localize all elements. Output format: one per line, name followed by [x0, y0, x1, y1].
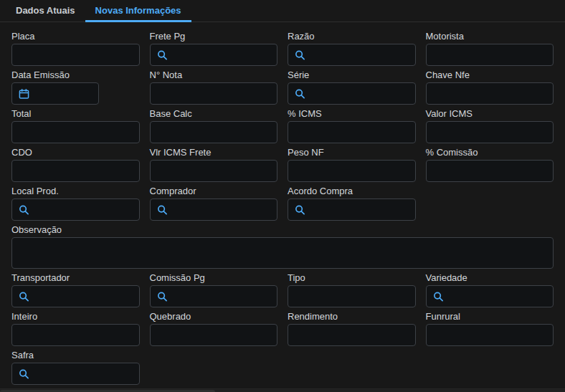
- calendar-icon[interactable]: [19, 88, 29, 99]
- field-n-nota: N° Nota: [150, 70, 278, 105]
- comprador-label: Comprador: [150, 186, 278, 196]
- pct-comissao-input[interactable]: [426, 160, 554, 182]
- funrural-label: Funrural: [426, 311, 554, 322]
- comissao-pg-input[interactable]: [150, 285, 278, 307]
- tab-novas-informacoes[interactable]: Novas Informações: [85, 0, 191, 22]
- pct-icms-input[interactable]: [288, 121, 416, 143]
- field-quebrado: Quebrado: [150, 311, 278, 346]
- field-tipo: Tipo: [288, 272, 416, 307]
- search-icon[interactable]: [157, 204, 168, 215]
- field-serie: Série: [288, 70, 416, 105]
- variedade-input[interactable]: [426, 285, 554, 307]
- local-prod-input[interactable]: [11, 199, 140, 221]
- search-icon[interactable]: [295, 204, 305, 215]
- quebrado-label: Quebrado: [150, 311, 278, 322]
- search-icon[interactable]: [157, 49, 168, 60]
- field-comprador: Comprador: [150, 186, 278, 221]
- tab-dados-atuais[interactable]: Dados Atuais: [6, 0, 85, 22]
- field-cdo: CDO: [11, 147, 140, 182]
- search-icon[interactable]: [19, 368, 29, 379]
- form-row-9: Safra: [11, 350, 554, 385]
- field-rendimento: Rendimento: [288, 311, 416, 346]
- peso-nf-label: Peso NF: [288, 147, 416, 158]
- form-row-1: Placa Frete Pg Razão Moto: [11, 31, 554, 66]
- form-row-2: Data Emissão N° Nota Série: [11, 70, 554, 105]
- tipo-input[interactable]: [288, 285, 416, 307]
- base-calc-label: Base Calc: [150, 108, 278, 119]
- frete-pg-input[interactable]: [150, 44, 278, 66]
- empty-cell: [150, 350, 278, 385]
- search-icon[interactable]: [295, 88, 305, 99]
- serie-label: Série: [288, 70, 416, 80]
- field-pct-comissao: % Comissão: [426, 147, 554, 182]
- form-row-5: Local Prod. Comprador Acordo Compra: [11, 186, 554, 221]
- observacao-textarea[interactable]: [11, 237, 554, 269]
- purchase-note-form-window: Dados Atuais Novas Informações Placa Fre…: [0, 0, 565, 392]
- cdo-label: CDO: [11, 147, 140, 158]
- variedade-label: Variedade: [426, 272, 554, 283]
- placa-input[interactable]: [11, 44, 140, 66]
- inteiro-label: Inteiro: [11, 311, 140, 322]
- vlr-icms-frete-label: Vlr ICMS Frete: [150, 147, 278, 158]
- form-row-observacao: Observação: [11, 224, 554, 269]
- field-transportador: Transportador: [11, 272, 140, 307]
- total-label: Total: [11, 108, 140, 119]
- form-row-8: Inteiro Quebrado Rendimento Funrural: [11, 311, 554, 346]
- field-base-calc: Base Calc: [150, 108, 278, 143]
- field-razao: Razão: [288, 31, 416, 66]
- empty-cell: [426, 186, 554, 221]
- horizontal-scrollbar[interactable]: [0, 388, 565, 392]
- search-icon[interactable]: [433, 291, 444, 302]
- chave-nfe-input[interactable]: [426, 82, 554, 105]
- safra-input[interactable]: [11, 363, 140, 385]
- serie-input[interactable]: [288, 82, 416, 105]
- field-valor-icms: Valor ICMS: [426, 108, 554, 143]
- field-local-prod: Local Prod.: [11, 186, 140, 221]
- peso-nf-input[interactable]: [288, 160, 416, 182]
- motorista-input[interactable]: [426, 44, 554, 66]
- razao-input[interactable]: [288, 44, 416, 66]
- tipo-label: Tipo: [288, 272, 416, 283]
- vlr-icms-frete-input[interactable]: [150, 160, 278, 182]
- razao-label: Razão: [288, 31, 416, 42]
- pct-comissao-label: % Comissão: [426, 147, 554, 158]
- field-peso-nf: Peso NF: [288, 147, 416, 182]
- cdo-input[interactable]: [11, 160, 140, 182]
- local-prod-label: Local Prod.: [11, 186, 140, 196]
- empty-cell: [426, 350, 554, 385]
- inteiro-input[interactable]: [11, 324, 140, 346]
- quebrado-input[interactable]: [150, 324, 278, 346]
- pct-icms-label: % ICMS: [288, 108, 416, 119]
- search-icon[interactable]: [157, 291, 168, 302]
- n-nota-input[interactable]: [150, 82, 278, 105]
- valor-icms-input[interactable]: [426, 121, 554, 143]
- field-variedade: Variedade: [426, 272, 554, 307]
- form-row-7: Transportador Comissão Pg Tipo: [11, 272, 554, 307]
- data-emissao-label: Data Emissão: [11, 70, 140, 80]
- field-placa: Placa: [11, 31, 140, 66]
- placa-label: Placa: [11, 31, 140, 42]
- search-icon[interactable]: [19, 291, 29, 302]
- search-icon[interactable]: [19, 204, 29, 215]
- comprador-input[interactable]: [150, 199, 278, 221]
- acordo-compra-input[interactable]: [288, 199, 416, 221]
- form-row-3: Total Base Calc % ICMS Valor ICMS: [11, 108, 554, 143]
- field-pct-icms: % ICMS: [288, 108, 416, 143]
- field-acordo-compra: Acordo Compra: [288, 186, 416, 221]
- funrural-input[interactable]: [426, 324, 554, 346]
- field-data-emissao: Data Emissão: [11, 70, 140, 105]
- rendimento-input[interactable]: [288, 324, 416, 346]
- field-safra: Safra: [11, 350, 140, 385]
- field-funrural: Funrural: [426, 311, 554, 346]
- field-motorista: Motorista: [426, 31, 554, 66]
- frete-pg-label: Frete Pg: [150, 31, 278, 42]
- rendimento-label: Rendimento: [288, 311, 416, 322]
- acordo-compra-label: Acordo Compra: [288, 186, 416, 196]
- safra-label: Safra: [11, 350, 140, 360]
- form-body: Placa Frete Pg Razão Moto: [0, 22, 565, 388]
- total-input[interactable]: [11, 121, 140, 143]
- search-icon[interactable]: [295, 49, 305, 60]
- transportador-input[interactable]: [11, 285, 140, 307]
- n-nota-label: N° Nota: [150, 70, 278, 80]
- base-calc-input[interactable]: [150, 121, 278, 143]
